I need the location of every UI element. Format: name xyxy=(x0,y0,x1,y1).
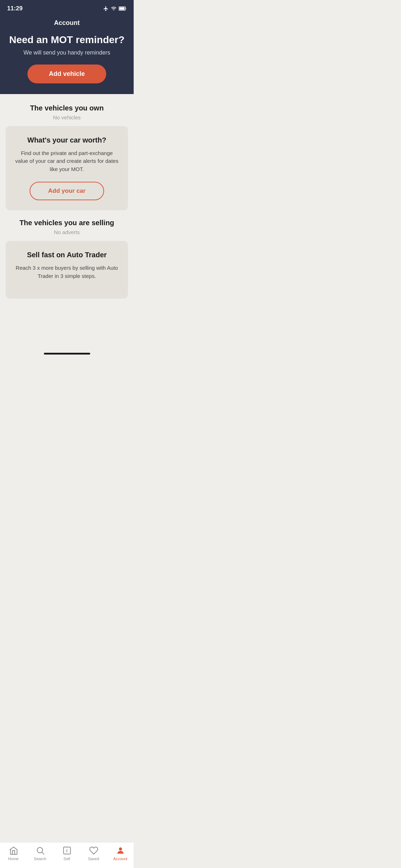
airplane-icon xyxy=(103,6,109,11)
car-worth-body: Find out the private and part-exchange v… xyxy=(14,149,119,174)
status-icons xyxy=(103,6,127,11)
wifi-icon xyxy=(111,6,117,11)
owned-section-empty: No vehicles xyxy=(6,114,128,120)
header-section: Account Need an MOT reminder? We will se… xyxy=(0,16,134,94)
car-worth-card: What's your car worth? Find out the priv… xyxy=(6,126,128,211)
main-content: The vehicles you own No vehicles What's … xyxy=(0,94,134,350)
selling-section-empty: No adverts xyxy=(6,229,128,235)
svg-rect-1 xyxy=(119,7,125,10)
battery-icon xyxy=(119,6,127,11)
sell-fast-title: Sell fast on Auto Trader xyxy=(14,251,119,259)
header-subtitle: We will send you handy reminders xyxy=(7,50,127,56)
home-indicator xyxy=(44,353,90,355)
car-worth-title: What's your car worth? xyxy=(14,136,119,144)
page-title: Account xyxy=(7,19,127,27)
sell-fast-body: Reach 3 x more buyers by selling with Au… xyxy=(14,264,119,280)
selling-section: The vehicles you are selling No adverts xyxy=(6,219,128,235)
header-headline: Need an MOT reminder? xyxy=(7,34,127,46)
status-time: 11:29 xyxy=(7,5,22,12)
sell-fast-card: Sell fast on Auto Trader Reach 3 x more … xyxy=(6,241,128,299)
add-vehicle-button[interactable]: Add vehicle xyxy=(27,64,106,83)
selling-section-title: The vehicles you are selling xyxy=(6,219,128,227)
owned-section-title: The vehicles you own xyxy=(6,104,128,112)
add-your-car-button[interactable]: Add your car xyxy=(30,182,104,200)
owned-section: The vehicles you own No vehicles xyxy=(6,104,128,120)
status-bar: 11:29 xyxy=(0,0,134,16)
